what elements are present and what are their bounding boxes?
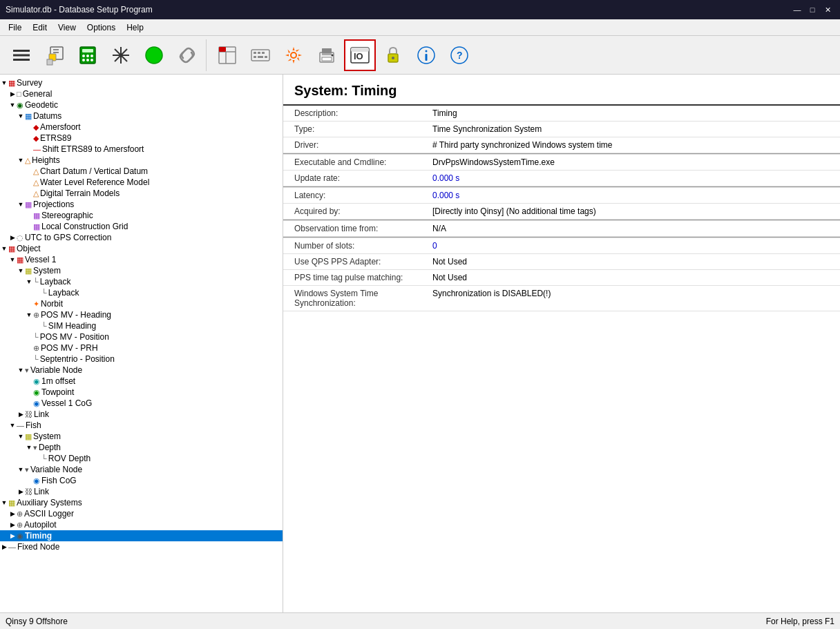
tree-toggle-utc-gps[interactable]: ▶ (8, 234, 17, 241)
menu-item-help[interactable]: Help (121, 21, 149, 34)
tree-item-pos-mv-position[interactable]: └POS MV - Position (0, 331, 283, 342)
tree-item-projections[interactable]: ▼▦Projections (0, 199, 283, 210)
table-cell-label: Type: (283, 122, 421, 137)
tree-toggle-vessel1[interactable]: ▼ (8, 256, 17, 263)
tree-toggle-geodetic[interactable]: ▼ (8, 101, 17, 108)
tree-item-fixed-node[interactable]: ▶—Fixed Node (0, 541, 283, 552)
tree-item-chart-datum[interactable]: △Chart Datum / Vertical Datum (0, 166, 283, 177)
tree-toggle-datums[interactable]: ▼ (17, 113, 25, 119)
tree-toggle-system-vessel[interactable]: ▼ (17, 267, 25, 274)
tree-item-vessel1[interactable]: ▼▦Vessel 1 (0, 254, 283, 265)
tree-item-variable-node-vessel[interactable]: ▼▾Variable Node (0, 365, 283, 376)
tree-item-fish[interactable]: ▼—Fish (0, 420, 283, 431)
tree-item-norbit[interactable]: ✦Norbit (0, 298, 283, 309)
tree-item-local-construction[interactable]: ▦Local Construction Grid (0, 221, 283, 232)
tree-label-norbit: Norbit (41, 299, 63, 309)
tree-item-depth[interactable]: ▼▾Depth (0, 442, 283, 453)
tree-toggle-heights[interactable]: ▼ (17, 157, 25, 164)
tree-item-sim-heading[interactable]: └SIM Heading (0, 320, 283, 331)
tree-item-geodetic[interactable]: ▼◉Geodetic (0, 99, 283, 110)
close-button[interactable]: ✕ (821, 3, 834, 17)
tree-toggle-autopilot[interactable]: ▶ (8, 521, 17, 528)
circle-toolbar-btn[interactable] (138, 39, 170, 71)
tree-item-variable-node-fish[interactable]: ▼▾Variable Node (0, 464, 283, 475)
tree-item-etrs89[interactable]: ◆ETRS89 (0, 133, 283, 144)
tree-item-water-level[interactable]: △Water Level Reference Model (0, 177, 283, 188)
tree-item-heights[interactable]: ▼△Heights (0, 155, 283, 166)
tree-item-stereographic[interactable]: ▦Stereographic (0, 210, 283, 221)
tree-toggle-fish[interactable]: ▼ (8, 422, 17, 429)
link-toolbar-btn[interactable] (171, 39, 203, 71)
tree-item-ascii-logger[interactable]: ▶⊕ASCII Logger (0, 508, 283, 519)
tree-item-autopilot[interactable]: ▶⊕Autopilot (0, 519, 283, 530)
tree-item-auxiliary-systems[interactable]: ▼▦Auxiliary Systems (0, 497, 283, 508)
tree-toggle-fixed-node[interactable]: ▶ (0, 543, 8, 550)
tree-item-pos-mv-prh[interactable]: ⊕POS MV - PRH (0, 342, 283, 354)
tree-item-digital-terrain[interactable]: △Digital Terrain Models (0, 188, 283, 199)
tree-item-timing[interactable]: ▶◉Timing (0, 530, 283, 541)
tree-toggle-system-fish[interactable]: ▼ (17, 433, 25, 440)
edit-toolbar-btn[interactable] (39, 39, 70, 71)
tree-item-link-fish[interactable]: ▶⛓Link (0, 486, 283, 497)
tree-item-septentrio[interactable]: └Septentrio - Position (0, 354, 283, 365)
tree-item-pos-mv-heading[interactable]: ▼⊕POS MV - Heading (0, 309, 283, 320)
tree-toggle-variable-node-vessel[interactable]: ▼ (17, 367, 25, 374)
tree-item-1m-offset[interactable]: ◉1m offset (0, 376, 283, 387)
menu-item-edit[interactable]: Edit (27, 21, 52, 34)
menu-item-options[interactable]: Options (82, 21, 121, 34)
tree-item-fish-cog[interactable]: ◉Fish CoG (0, 475, 283, 486)
tree-toolbar-btn[interactable] (105, 39, 137, 71)
menu-toolbar-btn[interactable] (6, 39, 37, 71)
tree-toggle-timing[interactable]: ▶ (8, 532, 17, 539)
tree-toggle-depth[interactable]: ▼ (25, 444, 33, 451)
tree-item-general[interactable]: ▶□General (0, 88, 283, 99)
help-toolbar-btn[interactable]: ? (443, 39, 475, 71)
tree-toggle-pos-mv-heading[interactable]: ▼ (25, 311, 33, 318)
tree-item-object[interactable]: ▼▦Object (0, 243, 283, 254)
tree-toggle-ascii-logger[interactable]: ▶ (8, 510, 17, 517)
tree-toggle-variable-node-fish[interactable]: ▼ (17, 466, 25, 473)
tree-item-system-vessel[interactable]: ▼▦System (0, 265, 283, 276)
tree-toggle-survey[interactable]: ▼ (0, 79, 8, 86)
tree-toggle-general[interactable]: ▶ (8, 90, 17, 97)
tree-toggle-layback[interactable]: ▼ (25, 278, 33, 285)
tree-toggle-auxiliary-systems[interactable]: ▼ (0, 499, 8, 506)
tree-icon-septentrio: └ (33, 355, 39, 363)
calculator-toolbar-btn[interactable] (72, 39, 104, 71)
tree-toggle-link-fish[interactable]: ▶ (17, 488, 25, 495)
lock-toolbar-btn[interactable] (377, 39, 409, 71)
tree-label-sim-heading: SIM Heading (48, 321, 96, 331)
table-toolbar-btn[interactable] (211, 39, 243, 71)
tree-toggle-projections[interactable]: ▼ (17, 201, 25, 208)
tree-item-utc-gps[interactable]: ▶◌UTC to GPS Correction (0, 232, 283, 243)
tree-item-layback-child[interactable]: └Layback (0, 287, 283, 298)
menu-item-file[interactable]: File (3, 21, 27, 34)
tree-label-projections: Projections (33, 200, 74, 209)
tree-item-system-fish[interactable]: ▼▦System (0, 431, 283, 442)
info-toolbar-btn[interactable] (410, 39, 442, 71)
keyboard-toolbar-btn[interactable] (245, 39, 276, 71)
tree-panel[interactable]: ▼▦Survey▶□General▼◉Geodetic▼▦Datums◆Amer… (0, 75, 283, 612)
io-toolbar-btn[interactable]: IO (344, 39, 376, 71)
tree-item-vessel1-cog[interactable]: ◉Vessel 1 CoG (0, 398, 283, 409)
tree-item-datums[interactable]: ▼▦Datums (0, 110, 283, 122)
tree-item-link-vessel[interactable]: ▶⛓Link (0, 409, 283, 420)
maximize-button[interactable]: □ (805, 3, 819, 17)
menu-item-view[interactable]: View (52, 21, 82, 34)
tree-item-rov-depth[interactable]: └ROV Depth (0, 453, 283, 464)
tree-item-shift-etrs89[interactable]: —Shift ETRS89 to Amersfoort (0, 144, 283, 155)
print-toolbar-btn[interactable] (311, 39, 343, 71)
tree-icon-layback-child: └ (41, 289, 47, 297)
tree-item-survey[interactable]: ▼▦Survey (0, 77, 283, 88)
tree-toggle-link-vessel[interactable]: ▶ (17, 411, 25, 418)
tree-item-layback[interactable]: ▼└Layback (0, 276, 283, 287)
table-row: Observation time from:N/A (283, 221, 840, 237)
table-row: PPS time tag pulse matching:Not Used (283, 270, 840, 286)
sep1 (206, 39, 209, 71)
tree-item-amersfoort[interactable]: ◆Amersfoort (0, 122, 283, 133)
tree-toggle-object[interactable]: ▼ (0, 245, 8, 252)
tree-icon-sim-heading: └ (41, 322, 47, 330)
settings-toolbar-btn[interactable] (278, 39, 309, 71)
tree-item-towpoint[interactable]: ◉Towpoint (0, 387, 283, 398)
minimize-button[interactable]: — (790, 3, 804, 17)
